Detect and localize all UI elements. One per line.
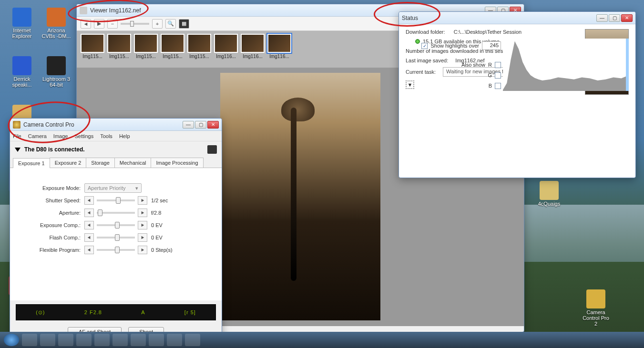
taskbar-item[interactable] [22,334,37,346]
exposure-panel: Exposure Mode: Aperture Priority▾ Shutte… [10,168,222,300]
svg-marker-1 [142,199,144,202]
thumbnail[interactable]: Img115... [161,34,184,59]
tab-exposure-1[interactable]: Exposure 1 [13,158,50,168]
highlights-input[interactable]: 245 [482,41,501,50]
desktop-icon[interactable]: Derrick speaki... [7,56,37,88]
status-text: The D80 is connected. [24,146,85,153]
tab-mechanical[interactable]: Mechanical [114,158,152,168]
histogram [503,39,629,91]
close-button[interactable]: ✕ [207,121,219,129]
menu-image[interactable]: Image [53,133,68,139]
ev-slider[interactable] [97,224,135,226]
svg-marker-9 [142,249,144,251]
highlights-checkbox[interactable]: ✓ [421,43,428,49]
flex-decrement[interactable] [84,246,94,254]
menu-tools[interactable]: Tools [100,133,112,139]
lcd-frames: [r 5] [184,309,196,315]
flash-slider[interactable] [97,237,135,239]
lcd-mode: A [141,309,145,315]
b-checkbox[interactable] [495,83,501,89]
taskbar-item[interactable] [76,334,92,346]
camera-control-window: Camera Control Pro — ▢ ✕ FileCameraImage… [10,118,222,340]
desktop-icon[interactable]: Internet Explorer [7,8,37,39]
svg-rect-11 [626,39,629,91]
taskbar-item[interactable] [40,334,55,346]
taskbar-item[interactable] [58,334,73,346]
thumbnail[interactable]: Img116... [241,34,265,59]
taskbar-item[interactable] [94,334,110,346]
lcd-display: (⊙) 2 F2.8 A [r 5] [16,304,216,320]
status-titlebar[interactable]: Status — ▢ ✕ [399,12,635,24]
zoom-fit-icon[interactable]: 🔍 [165,19,176,29]
menu-bar[interactable]: FileCameraImageSettingsToolsHelp [10,131,222,141]
desktop-icon[interactable]: Camera Control Pro 2 [581,289,611,327]
close-button[interactable]: ✕ [621,14,633,22]
desktop-icon[interactable]: Lightroom 3 64-bit [41,56,72,88]
zoom-slider[interactable] [121,23,149,25]
flash-increment[interactable] [138,233,147,242]
zoom-out-button[interactable]: − [107,19,118,29]
prev-button[interactable]: ◄ [81,19,91,29]
play-button[interactable]: ▶ [94,19,104,29]
tab-image-processing[interactable]: Image Processing [151,158,203,168]
ev-decrement[interactable] [84,221,94,229]
desktop-icon[interactable]: 4cQuaigs [534,181,564,207]
tab-exposure-2[interactable]: Exposure 2 [50,158,87,168]
flex-increment[interactable] [138,246,147,254]
flash-decrement[interactable] [84,233,94,242]
taskbar[interactable] [0,332,644,348]
start-button[interactable] [4,334,19,346]
maximize-button[interactable]: ▢ [195,121,206,129]
thumbnail[interactable]: Img115... [187,34,211,59]
folder-path: C:\...\Desktop\Tether Session [454,29,521,35]
aperture-increment[interactable] [138,209,147,217]
grid-toggle-icon[interactable]: ▦ [179,19,189,29]
shutter-decrement[interactable] [84,196,94,205]
maximize-button[interactable]: ▢ [609,14,620,22]
aperture-decrement[interactable] [84,209,94,217]
status-window: Status — ▢ ✕ Download folder: C:\...\Des… [399,11,636,178]
flex-slider[interactable] [97,249,135,251]
desktop-icon[interactable]: Arizona CVBs -DM... [41,8,72,39]
preview-image [220,73,380,320]
ccpro-titlebar[interactable]: Camera Control Pro — ▢ ✕ [10,119,222,131]
disclosure-triangle-icon[interactable] [15,148,20,152]
svg-marker-7 [142,236,144,239]
thumbnail[interactable]: Img116... [267,34,291,59]
svg-marker-6 [88,236,91,239]
taskbar-item[interactable] [149,334,164,346]
g-checkbox[interactable] [495,72,501,79]
thumbnail[interactable]: Img116... [214,34,238,59]
camera-icon [207,145,217,154]
menu-file[interactable]: File [13,133,21,139]
r-checkbox[interactable] [495,62,501,68]
menu-help[interactable]: Help [119,133,130,139]
svg-marker-8 [88,249,91,251]
shutter-slider[interactable] [97,199,135,201]
taskbar-item[interactable] [185,334,200,346]
connection-status: The D80 is connected. [10,141,222,158]
exposure-mode-label: Exposure Mode: [19,185,84,191]
aperture-slider[interactable] [97,212,135,214]
also-show-label: Also show [461,62,485,68]
exposure-mode-select[interactable]: Aperture Priority▾ [84,183,142,193]
minimize-button[interactable]: — [596,14,608,22]
svg-marker-2 [88,211,91,214]
thumbnail[interactable]: Img115... [81,34,104,59]
taskbar-item[interactable] [167,334,182,346]
menu-camera[interactable]: Camera [28,133,47,139]
zoom-in-button[interactable]: + [152,19,163,29]
taskbar-item[interactable] [112,334,128,346]
tab-storage[interactable]: Storage [86,158,115,168]
thumbnail[interactable]: Img115... [134,34,158,59]
thumbnail[interactable]: Img115... [107,34,131,59]
ccpro-title: Camera Control Pro [23,121,183,128]
svg-marker-4 [88,224,91,227]
svg-marker-5 [142,224,144,227]
folder-label: Download folder: [406,29,445,35]
minimize-button[interactable]: — [183,121,194,129]
menu-settings[interactable]: Settings [74,133,93,139]
shutter-increment[interactable] [138,196,147,205]
taskbar-item[interactable] [131,334,146,346]
ev-increment[interactable] [138,221,147,229]
